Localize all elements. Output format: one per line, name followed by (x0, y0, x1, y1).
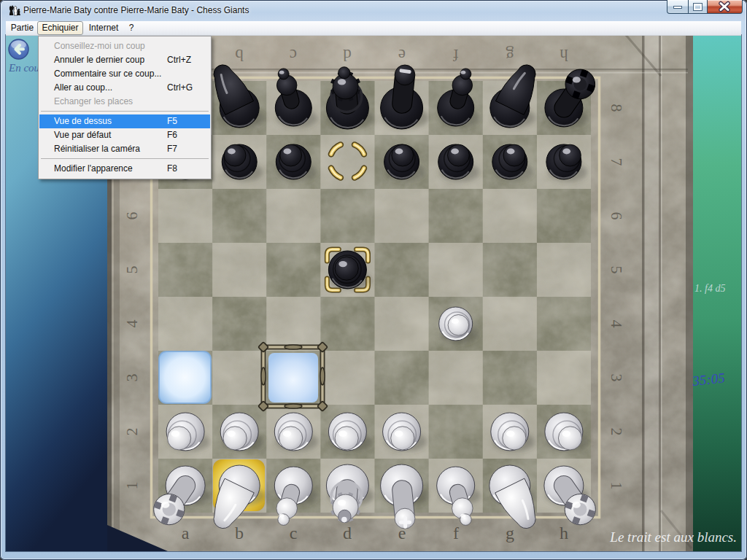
svg-text:6: 6 (608, 212, 626, 220)
svg-text:1: 1 (608, 482, 626, 490)
svg-text:c: c (290, 524, 298, 542)
svg-text:e: e (398, 46, 406, 64)
svg-text:g: g (506, 46, 514, 64)
svg-text:4: 4 (123, 320, 141, 328)
svg-text:h: h (560, 46, 568, 64)
svg-text:f: f (453, 524, 459, 542)
svg-text:1. f4 d5: 1. f4 d5 (694, 283, 725, 294)
svg-text:7: 7 (608, 158, 626, 166)
svg-text:5: 5 (123, 266, 141, 274)
svg-text:f: f (453, 46, 459, 64)
svg-text:2: 2 (608, 428, 626, 436)
svg-text:Le trait est aux blancs.: Le trait est aux blancs. (609, 529, 737, 545)
svg-text:5: 5 (608, 266, 626, 274)
svg-text:d: d (343, 524, 352, 542)
svg-text:g: g (506, 524, 514, 542)
svg-text:3: 3 (123, 374, 141, 382)
svg-text:1: 1 (123, 482, 141, 490)
svg-text:2: 2 (123, 428, 141, 436)
svg-text:h: h (560, 524, 568, 542)
svg-text:3: 3 (608, 374, 626, 382)
svg-text:8: 8 (608, 104, 626, 112)
svg-text:b: b (235, 46, 244, 64)
svg-text:a: a (182, 524, 190, 542)
svg-text:c: c (290, 46, 297, 64)
svg-text:b: b (235, 524, 244, 542)
svg-text:6: 6 (123, 212, 141, 220)
svg-text:d: d (343, 46, 352, 64)
svg-text:4: 4 (608, 320, 626, 328)
